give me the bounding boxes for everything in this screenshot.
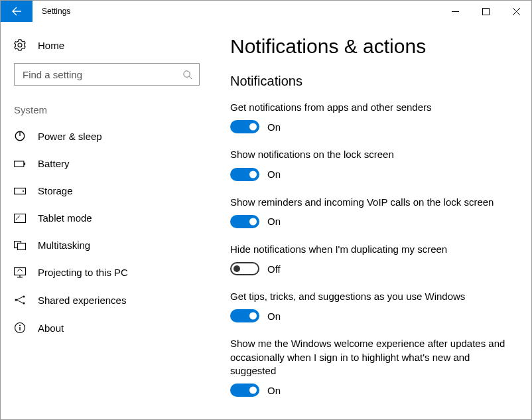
sidebar-item-multitasking[interactable]: Multitasking: [1, 232, 213, 259]
sidebar-item-power-sleep[interactable]: Power & sleep: [1, 122, 213, 150]
setting-label: Show me the Windows welcome experience a…: [230, 337, 514, 378]
setting-label: Show notifications on the lock screen: [230, 148, 514, 161]
toggle-knob: [233, 265, 240, 272]
battery-icon: [14, 160, 26, 168]
toggle-switch[interactable]: [230, 262, 259, 275]
toggle-state-label: On: [267, 169, 281, 180]
sidebar-item-label: About: [38, 322, 64, 334]
setting-item: Show reminders and incoming VoIP calls o…: [230, 196, 514, 228]
setting-item: Get tips, tricks, and suggestions as you…: [230, 290, 514, 322]
setting-label: Show reminders and incoming VoIP calls o…: [230, 196, 514, 209]
setting-item: Hide notifications when I'm duplicating …: [230, 243, 514, 275]
setting-label: Get tips, tricks, and suggestions as you…: [230, 290, 514, 303]
titlebar: Settings: [1, 1, 531, 22]
svg-rect-9: [18, 243, 26, 249]
main: Notifications & actions Notifications Ge…: [213, 22, 531, 420]
toggle-switch[interactable]: [230, 168, 259, 181]
info-icon: [14, 322, 26, 334]
sidebar-item-battery[interactable]: Battery: [1, 150, 213, 177]
toggle-row: On: [230, 215, 514, 228]
content: Home System Power & sleep Battery Storag…: [1, 22, 531, 420]
window-title: Settings: [33, 1, 80, 22]
toggle-state-label: On: [267, 216, 281, 227]
sidebar-home[interactable]: Home: [1, 33, 213, 63]
power-icon: [14, 130, 26, 142]
maximize-button[interactable]: [470, 1, 501, 22]
svg-point-1: [184, 70, 190, 76]
toggle-row: On: [230, 168, 514, 181]
search-input[interactable]: [21, 68, 182, 81]
sidebar: Home System Power & sleep Battery Storag…: [1, 22, 213, 420]
search-icon: [182, 70, 192, 80]
toggle-row: On: [230, 309, 514, 322]
sidebar-item-tablet-mode[interactable]: Tablet mode: [1, 204, 213, 232]
toggle-switch[interactable]: [230, 215, 259, 228]
toggle-row: Off: [230, 262, 514, 275]
sidebar-item-label: Multitasking: [38, 240, 90, 251]
toggle-state-label: On: [267, 311, 281, 322]
close-icon: [513, 8, 520, 15]
sidebar-item-label: Power & sleep: [38, 131, 102, 142]
close-button[interactable]: [501, 1, 531, 22]
toggle-row: On: [230, 120, 514, 133]
toggle-switch[interactable]: [230, 309, 259, 322]
svg-point-6: [23, 190, 24, 192]
setting-item: Show notifications on the lock screenOn: [230, 148, 514, 180]
toggle-knob: [249, 387, 257, 394]
toggle-knob: [249, 123, 257, 131]
toggle-row: On: [230, 384, 514, 397]
maximize-icon: [482, 8, 490, 15]
toggle-knob: [249, 313, 257, 320]
search-box[interactable]: [14, 63, 200, 86]
sidebar-home-label: Home: [38, 40, 64, 51]
toggle-switch[interactable]: [230, 384, 259, 397]
setting-item: Show me the Windows welcome experience a…: [230, 337, 514, 397]
back-button[interactable]: [1, 1, 33, 22]
svg-rect-0: [482, 8, 489, 15]
sidebar-item-label: Storage: [38, 185, 73, 196]
shared-icon: [14, 294, 26, 306]
sidebar-item-label: Shared experiences: [38, 295, 126, 306]
sidebar-group-title: System: [1, 104, 213, 122]
storage-icon: [14, 187, 26, 195]
page-title: Notifications & actions: [230, 35, 514, 58]
sidebar-item-storage[interactable]: Storage: [1, 177, 213, 204]
sidebar-item-about[interactable]: About: [1, 314, 213, 342]
svg-rect-4: [24, 163, 25, 165]
arrow-left-icon: [11, 6, 22, 17]
setting-label: Hide notifications when I'm duplicating …: [230, 243, 514, 256]
svg-rect-7: [15, 214, 26, 222]
sidebar-item-projecting[interactable]: Projecting to this PC: [1, 259, 213, 286]
multitasking-icon: [14, 241, 26, 250]
projecting-icon: [14, 267, 26, 278]
setting-label: Get notifications from apps and other se…: [230, 101, 514, 114]
minimize-icon: [452, 8, 459, 15]
setting-item: Get notifications from apps and other se…: [230, 101, 514, 133]
sidebar-item-label: Projecting to this PC: [38, 267, 128, 278]
window-controls: [440, 1, 531, 22]
minimize-button[interactable]: [440, 1, 470, 22]
gear-icon: [14, 39, 26, 51]
svg-rect-3: [14, 161, 23, 166]
svg-point-15: [19, 325, 21, 326]
tablet-icon: [14, 214, 26, 223]
sidebar-item-shared-experiences[interactable]: Shared experiences: [1, 286, 213, 314]
sidebar-item-label: Tablet mode: [38, 212, 92, 224]
titlebar-spacer: [80, 1, 440, 22]
toggle-state-label: Off: [267, 263, 281, 275]
section-title: Notifications: [230, 74, 514, 89]
toggle-switch[interactable]: [230, 120, 259, 133]
toggle-state-label: On: [267, 385, 281, 396]
toggle-state-label: On: [267, 121, 281, 133]
sidebar-item-label: Battery: [38, 158, 70, 169]
settings-list: Get notifications from apps and other se…: [230, 101, 514, 397]
toggle-knob: [249, 218, 257, 225]
toggle-knob: [249, 171, 257, 178]
